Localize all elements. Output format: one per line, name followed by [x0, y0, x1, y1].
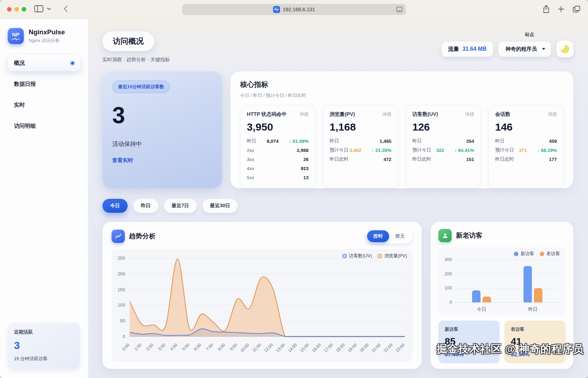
moon-icon	[561, 45, 569, 53]
chevron-down-icon[interactable]	[47, 7, 51, 10]
new-tab-icon[interactable]	[558, 6, 564, 12]
realtime-hero-card: 最近15分钟活跃访客数 3 活动保持中 查看实时	[102, 71, 222, 188]
sidebar-item-label: 概况	[14, 59, 25, 67]
svg-text:5:00: 5:00	[181, 342, 191, 352]
core-metrics-subtitle: 今日 / 昨日 / 预计今日 / 昨日此时	[240, 92, 564, 99]
trend-mode-toggle: 按时按天	[366, 229, 413, 244]
url-text: 192.168.6.131	[283, 7, 315, 12]
site-selector-dropdown[interactable]: 神奇的程序员	[499, 42, 551, 57]
filter-last-30-days[interactable]: 最近30日	[202, 199, 238, 213]
back-button-icon[interactable]	[64, 5, 68, 12]
svg-text:9:00: 9:00	[229, 342, 238, 352]
svg-text:今日: 今日	[477, 307, 486, 312]
svg-text:300: 300	[444, 257, 452, 262]
svg-text:17:00: 17:00	[323, 342, 334, 353]
metric-value: 126	[413, 121, 474, 133]
metric-row-right-value: 459	[527, 139, 557, 144]
reader-view-icon[interactable]	[396, 7, 402, 12]
main-content: 访问概况 实时洞察 · 趋势分析 · 关键指标 站点 流量 31.64 MB 神…	[88, 19, 588, 378]
view-realtime-link[interactable]: 查看实时	[112, 157, 133, 164]
app-brand: NP NginxPulse Nginx 访问分析	[8, 28, 80, 44]
sidebar-item-daily-report[interactable]: 数据日报	[8, 76, 80, 92]
svg-text:6:00: 6:00	[193, 342, 202, 352]
core-metrics-card: 核心指标 今日 / 昨日 / 预计今日 / 昨日此时 HTTP 状态码命中详情3…	[230, 71, 573, 188]
metric-row: 昨日354	[413, 136, 474, 146]
metric-card-head: 访客数(UV)详情	[413, 111, 474, 118]
metric-rows: 昨日1,485预计今日3,402↓ 21.35%昨日此时472	[330, 136, 392, 164]
svg-text:13:00: 13:00	[275, 342, 286, 353]
sidebar-item-label: 实时	[14, 102, 25, 109]
metric-card-head: 浏览量(PV)详情	[330, 111, 392, 118]
sidebar-toggle-icon[interactable]	[34, 5, 43, 12]
site-label: 站点	[525, 31, 534, 38]
legend-item-pv[interactable]: 浏览量(PV)	[378, 253, 407, 259]
legend-label: 访客数(UV)	[349, 253, 372, 259]
metric-rows: 昨日8,074↓ 51.08%2xx2,9883xx264xx9235xx13	[247, 136, 309, 182]
filter-yesterday[interactable]: 昨日	[133, 199, 158, 213]
trend-mode-daily[interactable]: 按天	[389, 230, 411, 242]
svg-text:0: 0	[450, 300, 452, 305]
metric-row-right-value: ↓ 68.19%	[527, 148, 557, 153]
recent-active-card: 近期活跃 3 15 分钟活跃访客	[8, 323, 80, 369]
legend-marker-icon	[378, 254, 382, 258]
metric-title: 访客数(UV)	[413, 111, 438, 118]
svg-text:1:00: 1:00	[133, 342, 143, 352]
minimize-button[interactable]	[14, 7, 19, 12]
recent-active-caption: 15 分钟活跃访客	[14, 356, 73, 362]
traffic-lights	[7, 7, 26, 12]
traffic-badge[interactable]: 流量 31.64 MB	[442, 42, 493, 57]
metric-row-label: 昨日此时	[413, 156, 431, 162]
svg-text:0: 0	[123, 334, 125, 339]
metric-row-label: 4xx	[247, 166, 254, 171]
visitors-card-title: 新老访客	[456, 231, 482, 240]
svg-text:200: 200	[117, 271, 125, 276]
sidebar-item-access-detail[interactable]: 访问明细	[8, 118, 80, 134]
core-metrics-title: 核心指标	[240, 80, 564, 89]
theme-toggle-button[interactable]	[557, 41, 573, 57]
trend-chart-panel: 访客数(UV)浏览量(PV) 0501001502002500:001:002:…	[112, 249, 413, 362]
address-bar[interactable]: 192.168.6.131	[182, 4, 406, 15]
svg-text:23:00: 23:00	[395, 342, 406, 353]
sidebar-item-overview[interactable]: 概况	[8, 55, 80, 71]
hero-status: 活动保持中	[112, 140, 212, 148]
svg-text:22:00: 22:00	[383, 342, 394, 353]
metric-row-right-value: 472	[361, 157, 392, 162]
filter-last-7-days[interactable]: 最近7日	[164, 199, 197, 213]
trend-analysis-card: 趋势分析 按时按天 访客数(UV)浏览量(PV) 050100150200250…	[102, 222, 422, 369]
detail-link[interactable]: 详情	[548, 111, 557, 118]
metric-row: 4xx923	[247, 164, 309, 173]
metric-rows: 昨日459预计今日371↓ 68.19%昨日此时177	[495, 136, 557, 164]
close-button[interactable]	[7, 7, 12, 12]
page-title: 访问概况	[102, 31, 154, 51]
svg-text:2:00: 2:00	[145, 342, 155, 352]
tab-overview-icon[interactable]	[573, 6, 580, 13]
detail-link[interactable]: 详情	[300, 111, 309, 118]
share-icon[interactable]	[543, 5, 550, 13]
metric-card-sessions: 会话数详情146昨日459预计今日371↓ 68.19%昨日此时177	[488, 105, 564, 188]
metric-row: 5xx13	[247, 173, 309, 182]
time-filter-row: 今日昨日最近7日最近30日	[102, 199, 573, 213]
legend-label: 老访客	[546, 251, 560, 257]
legend-item-new[interactable]: 新访客	[514, 251, 534, 257]
metric-row-label: 昨日	[247, 138, 256, 144]
legend-item-uv[interactable]: 访客数(UV)	[342, 253, 372, 259]
metric-row-label: 2xx	[247, 148, 254, 153]
metric-row: 预计今日3,402↓ 21.35%	[330, 146, 392, 155]
metric-row-right-value: ↓ 21.35%	[361, 148, 392, 153]
legend-item-old[interactable]: 老访客	[540, 251, 560, 257]
active-indicator-dot	[71, 62, 74, 65]
detail-link[interactable]: 详情	[382, 111, 392, 118]
sidebar-item-label: 访问明细	[14, 122, 36, 130]
metric-value: 1,168	[330, 121, 392, 133]
metric-title: HTTP 状态码命中	[247, 111, 287, 118]
metric-row-label: 预计今日	[495, 147, 514, 153]
chrome-right-controls	[543, 5, 580, 13]
sidebar-item-realtime[interactable]: 实时	[8, 97, 80, 113]
metric-row: 预计今日371↓ 68.19%	[495, 146, 557, 155]
filter-today[interactable]: 今日	[102, 199, 128, 213]
fullscreen-button[interactable]	[22, 7, 26, 12]
detail-link[interactable]: 详情	[465, 111, 474, 118]
trend-mode-hourly[interactable]: 按时	[367, 230, 389, 242]
app-logo-icon: NP	[8, 28, 24, 44]
app-name: NginxPulse	[29, 28, 65, 36]
